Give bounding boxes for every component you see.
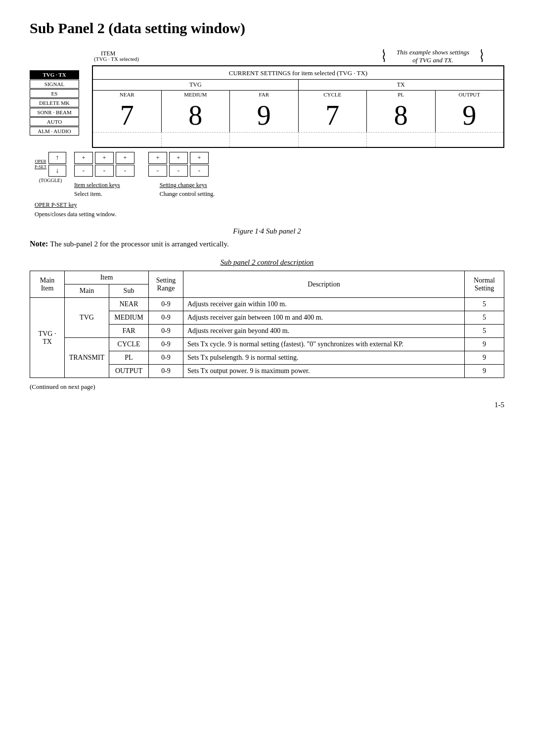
opens-closes-label: Opens/closes data setting window. bbox=[35, 211, 116, 218]
sidebar-btn-auto[interactable]: AUTO bbox=[30, 117, 79, 126]
sidebar-btn-almaudio[interactable]: ALM · AUDIO bbox=[30, 127, 79, 136]
minus-btn-4[interactable]: - bbox=[169, 165, 188, 177]
tx-section: TX CYCLE PL OUTPUT 7 8 9 bbox=[299, 80, 504, 132]
oper-pset-label: OPERP-SET bbox=[35, 159, 46, 170]
tx-values: 7 8 9 bbox=[299, 98, 504, 132]
tx-col-output: OUTPUT bbox=[436, 91, 504, 98]
setting-pl: 0-9 bbox=[149, 351, 183, 365]
th-item-sub: Sub bbox=[109, 284, 149, 298]
tx-val-1: 8 bbox=[367, 98, 436, 132]
arrow-up-btn[interactable]: ↑ bbox=[48, 152, 66, 164]
oper-pset-key-label: OPER P-SET key bbox=[35, 201, 77, 208]
item-label-area: ITEM (TVG · TX selected) bbox=[94, 48, 139, 62]
th-description: Description bbox=[183, 271, 465, 298]
plus-btn-4[interactable]: + bbox=[169, 152, 188, 164]
setting-cycle: 0-9 bbox=[149, 338, 183, 351]
normal-pl: 9 bbox=[465, 351, 504, 365]
tvg-col-headers: NEAR MEDIUM FAR bbox=[93, 91, 298, 98]
normal-output: 9 bbox=[465, 365, 504, 378]
item-sub-medium: MEDIUM bbox=[109, 311, 149, 325]
diagram-body: TVG · TX SIGNAL ES DELETE MK SONR · BEAM… bbox=[30, 65, 504, 148]
main-display-panel: CURRENT SETTINGS for item selected (TVG … bbox=[92, 65, 504, 148]
tx-header: TX bbox=[299, 80, 504, 91]
settings-sections: TVG NEAR MEDIUM FAR 7 8 9 TX bbox=[93, 80, 503, 132]
plus-btn-5[interactable]: + bbox=[190, 152, 209, 164]
item-sub-output: OUTPUT bbox=[109, 365, 149, 378]
item-sublabel: (TVG · TX selected) bbox=[94, 56, 139, 62]
desc-medium: Adjusts receiver gain between 100 m and … bbox=[183, 311, 465, 325]
plus-btn-2[interactable]: + bbox=[116, 152, 134, 164]
th-main-item: MainItem bbox=[30, 271, 65, 298]
continued-text: (Continued on next page) bbox=[30, 383, 504, 391]
figure-caption: Figure 1·4 Sub panel 2 bbox=[30, 227, 504, 236]
pm-buttons-area: + + + + + + - - - - - - Item sele bbox=[74, 152, 504, 198]
select-item-label: Select item. bbox=[74, 190, 102, 197]
tx-col-pl: PL bbox=[367, 91, 436, 98]
key-labels-row: Item selection keys Select item. Setting… bbox=[74, 181, 504, 198]
normal-cycle: 9 bbox=[465, 338, 504, 351]
item-sel-keys-label-group: Item selection keys Select item. bbox=[74, 181, 120, 198]
tx-val-0: 7 bbox=[299, 98, 367, 132]
setting-far: 0-9 bbox=[149, 325, 183, 338]
spacer bbox=[136, 152, 146, 164]
minus-btn-3[interactable]: - bbox=[148, 165, 167, 177]
plus-row: + + + + + + bbox=[74, 152, 504, 164]
minus-btn-1[interactable]: - bbox=[95, 165, 114, 177]
squiggle-right: ⌇ bbox=[479, 47, 485, 66]
note-text: The sub-panel 2 for the processor unit i… bbox=[50, 240, 228, 248]
normal-far: 5 bbox=[465, 325, 504, 338]
minus-btn-0[interactable]: - bbox=[74, 165, 93, 177]
oper-pset-area: OPERP-SET ↑ ↓ (TOGGLE) bbox=[35, 152, 66, 183]
sidebar-btn-es[interactable]: ES bbox=[30, 89, 79, 98]
oper-pset-block: OPERP-SET ↑ ↓ bbox=[35, 152, 66, 177]
tvg-val-1: 8 bbox=[162, 98, 230, 132]
setting-near: 0-9 bbox=[149, 298, 183, 311]
normal-near: 5 bbox=[465, 298, 504, 311]
desc-near: Adjusts receiver gain within 100 m. bbox=[183, 298, 465, 311]
current-settings-label: CURRENT SETTINGS for item selected (TVG … bbox=[93, 66, 503, 80]
th-item-main: Main bbox=[65, 284, 109, 298]
oper-pset-key-area: OPER P-SET key Opens/closes data setting… bbox=[35, 200, 504, 219]
sidebar-btn-signal[interactable]: SIGNAL bbox=[30, 80, 79, 89]
desc-far: Adjusts receiver gain beyond 400 m. bbox=[183, 325, 465, 338]
plus-btn-3[interactable]: + bbox=[148, 152, 167, 164]
item-sub-cycle: CYCLE bbox=[109, 338, 149, 351]
sidebar: TVG · TX SIGNAL ES DELETE MK SONR · BEAM… bbox=[30, 65, 89, 136]
plus-btn-0[interactable]: + bbox=[74, 152, 93, 164]
tvg-col-medium: MEDIUM bbox=[162, 91, 230, 98]
section-title: Sub panel 2 control description bbox=[30, 258, 504, 267]
arrow-buttons: ↑ ↓ bbox=[48, 152, 66, 177]
item-sub-far: FAR bbox=[109, 325, 149, 338]
tx-val-2: 9 bbox=[436, 98, 504, 132]
item-sub-near: NEAR bbox=[109, 298, 149, 311]
th-normal-setting: NormalSetting bbox=[465, 271, 504, 298]
spacer2 bbox=[136, 165, 146, 177]
setting-medium: 0-9 bbox=[149, 311, 183, 325]
normal-medium: 5 bbox=[465, 311, 504, 325]
tx-col-cycle: CYCLE bbox=[299, 91, 367, 98]
controls-row: OPERP-SET ↑ ↓ (TOGGLE) + + + + + + bbox=[30, 152, 504, 198]
desc-output: Sets Tx output power. 9 is maximum power… bbox=[183, 365, 465, 378]
item-main-tvg: TVG bbox=[65, 298, 109, 338]
plus-btn-1[interactable]: + bbox=[95, 152, 114, 164]
sidebar-btn-deletemk[interactable]: DELETE MK bbox=[30, 98, 79, 107]
toggle-label: (TOGGLE) bbox=[39, 178, 62, 183]
minus-btn-2[interactable]: - bbox=[116, 165, 134, 177]
page-number: 1-5 bbox=[30, 401, 504, 409]
change-control-label: Change control setting. bbox=[160, 190, 215, 197]
table-row: TRANSMIT CYCLE 0-9 Sets Tx cycle. 9 is n… bbox=[30, 338, 504, 351]
sidebar-btn-sonrbeam[interactable]: SONR · BEAM bbox=[30, 108, 79, 117]
squiggle-left: ⌇ bbox=[381, 47, 387, 66]
minus-btn-5[interactable]: - bbox=[190, 165, 209, 177]
example-note: This example shows settings of TVG and T… bbox=[397, 48, 469, 64]
setting-change-keys-label: Setting change keys bbox=[160, 182, 207, 189]
item-sel-keys-label: Item selection keys bbox=[74, 182, 120, 189]
arrow-down-btn[interactable]: ↓ bbox=[48, 165, 66, 177]
page-title: Sub Panel 2 (data setting window) bbox=[30, 20, 504, 37]
minus-row: - - - - - - bbox=[74, 165, 504, 177]
tvg-col-far: FAR bbox=[230, 91, 298, 98]
setting-change-keys-label-group: Setting change keys Change control setti… bbox=[160, 181, 215, 198]
tvg-section: TVG NEAR MEDIUM FAR 7 8 9 bbox=[93, 80, 299, 132]
sidebar-btn-tvgtx[interactable]: TVG · TX bbox=[30, 70, 79, 79]
tx-col-headers: CYCLE PL OUTPUT bbox=[299, 91, 504, 98]
